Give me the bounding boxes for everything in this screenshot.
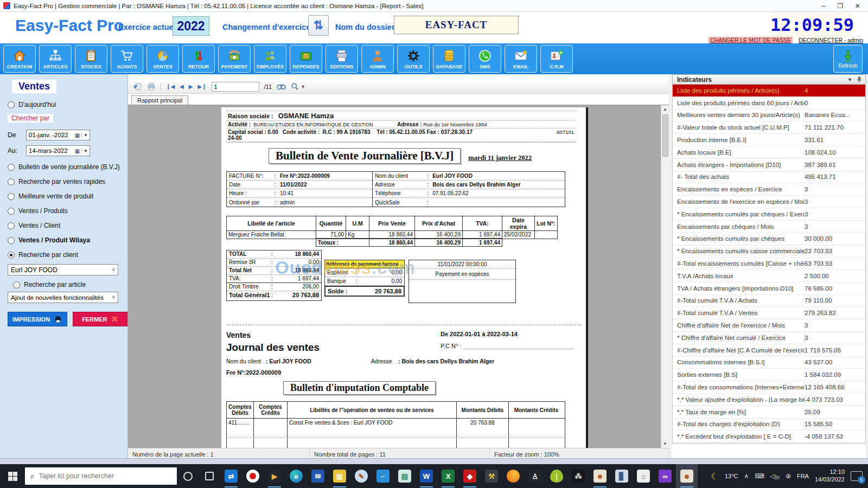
mail-app-icon[interactable]: ✉: [307, 464, 329, 488]
pin-icon[interactable]: [857, 76, 862, 83]
toolbar-button-outils[interactable]: OUTILS: [397, 45, 430, 73]
edge-icon[interactable]: e: [285, 464, 307, 488]
last-page-button[interactable]: ▶❙: [197, 84, 206, 89]
sidebar-radio-option[interactable]: Ventes / Produit Wilaya: [8, 236, 127, 244]
tray-clock[interactable]: 12:1014/03/2022: [815, 468, 845, 484]
sidebar-radio-option[interactable]: Meilleure vente de produit: [8, 192, 127, 200]
indicator-row[interactable]: Liste des produits périmés / Article(s) …: [673, 85, 865, 97]
sidebar-radio-option[interactable]: Ventes / Produits: [8, 207, 127, 215]
prev-page-button[interactable]: ◀: [180, 84, 184, 89]
indicator-row[interactable]: *.* Taux de marge en [%] 25.09: [673, 406, 865, 419]
easyfact-active-icon[interactable]: ☻: [676, 464, 698, 488]
toolbar-button-sms[interactable]: SMS: [469, 45, 501, 73]
sidebar-radio-option[interactable]: Recherche par ventes rapides: [8, 178, 127, 185]
next-page-button[interactable]: ▶: [189, 84, 193, 89]
refresh-button[interactable]: Refresh: [833, 45, 863, 73]
lemon-app-icon[interactable]: ❘: [546, 464, 567, 488]
indicator-row[interactable]: Chiffre d'affaire Net de l'exercice / Mo…: [673, 319, 865, 332]
indicator-row[interactable]: #-Total des consommations [Internes+Exte…: [673, 381, 865, 394]
indicator-row[interactable]: Sorties externes [B.S] 1 584 032.09: [673, 369, 865, 381]
indicator-row[interactable]: *.* Excédent brut d'exploitation [ E = C…: [673, 431, 865, 443]
sidebar-radio-option[interactable]: Bulletin de vente journalière (B.V.J): [8, 163, 127, 171]
keyboard-icon[interactable]: ⌨: [755, 472, 764, 480]
night-light-icon[interactable]: ☾: [711, 471, 719, 481]
change-exercise-button[interactable]: ⇅: [308, 15, 329, 36]
toolbar-button-database[interactable]: DATABASE: [433, 45, 465, 73]
indicator-row[interactable]: #-Total encaissements cumulés [Caisse + …: [673, 258, 865, 270]
indicator-row[interactable]: Liste des produits périmés dans 60 jours…: [673, 97, 865, 110]
search-input[interactable]: [39, 472, 158, 480]
word-icon[interactable]: W: [416, 464, 437, 488]
pdf-reader-icon[interactable]: ◆: [459, 464, 481, 488]
teamviewer-icon[interactable]: ⇄: [220, 464, 242, 488]
maximize-button[interactable]: ❐: [837, 2, 843, 10]
indicator-row[interactable]: #-Total cumulé T.V.A / Achats 79 110.00: [673, 295, 865, 307]
chevron-down-icon[interactable]: ▼: [81, 133, 90, 138]
screen-recorder-icon[interactable]: [242, 464, 264, 488]
speaker-icon[interactable]: ◁))): [770, 472, 780, 480]
visual-studio-icon[interactable]: ∞: [654, 464, 676, 488]
report-vertical-scrollbar[interactable]: ▲ ▼: [661, 105, 669, 448]
toolbar-button-retour[interactable]: RETOUR: [182, 45, 215, 73]
export-report-button[interactable]: [133, 82, 142, 91]
sidebar-radio-option[interactable]: Recherche par client: [8, 251, 127, 259]
indicator-row[interactable]: #-Chiffre d'affaire Net [C.A Cumulé de l…: [673, 344, 865, 357]
toolbar-button-depenses[interactable]: 0 DEPENSES: [290, 45, 322, 73]
radio-search-by-article[interactable]: Recherche par article: [13, 281, 127, 288]
date-from-input[interactable]: 01-janv. -2022 ▦ ▼: [26, 130, 90, 140]
temperature-label[interactable]: 13°C: [725, 473, 738, 479]
close-button[interactable]: ✕: [855, 2, 860, 10]
indicator-row[interactable]: T.V.A /Achats locaux 2 500.00: [673, 270, 865, 282]
start-button[interactable]: [0, 464, 25, 488]
indicator-row[interactable]: * Encaissements cumulés par chèques / Ex…: [673, 208, 865, 221]
toolbar-button-admin[interactable]: ADMIN: [361, 45, 394, 73]
toolbar-button-achats[interactable]: ACHATS: [111, 45, 143, 73]
toolbar-button-employes[interactable]: EMPLOYÉS: [254, 45, 286, 73]
first-page-button[interactable]: ❙◀: [166, 84, 175, 89]
settings-cluster-icon[interactable]: ⁂: [567, 464, 589, 488]
indicator-row[interactable]: * Encaissements cumulés caisse commercia…: [673, 245, 865, 258]
dental-app-icon[interactable]: ♙: [524, 464, 546, 488]
dossier-name-field[interactable]: EASY-FACT: [394, 16, 519, 34]
zoom-button[interactable]: ▼: [291, 82, 305, 91]
date-to-input[interactable]: 14-mars-2022 ▦ ▼: [26, 145, 90, 156]
notification-center-icon[interactable]: 5: [851, 471, 863, 481]
indicator-row[interactable]: Achats étrangers - Importations [D10] 38…: [673, 159, 865, 171]
toolbar-button-ventes[interactable]: VENTES: [146, 45, 179, 73]
scroll-down-icon[interactable]: ▼: [661, 440, 669, 448]
collapse-panel-icon[interactable]: ▾: [848, 76, 851, 82]
indicator-row[interactable]: Consommations internes [B.S.I] 43 527.00: [673, 357, 865, 369]
excel-icon[interactable]: X: [437, 464, 459, 488]
print-report-button[interactable]: [147, 82, 156, 91]
dev-tool-icon[interactable]: ⚒: [481, 464, 502, 488]
language-indicator[interactable]: FRA: [797, 473, 809, 479]
indicator-row[interactable]: Achats locaux [B.E] 108 024.10: [673, 146, 865, 159]
firefox-icon[interactable]: [502, 464, 524, 488]
minimize-button[interactable]: –: [821, 2, 825, 10]
indicator-row[interactable]: Encaissements par chèques / Mois 3: [673, 221, 865, 233]
exercice-year-field[interactable]: 2022: [173, 16, 209, 36]
tray-expand-icon[interactable]: ∧: [744, 472, 749, 480]
indicator-row[interactable]: *.* Valeur ajoutée d'exploitation - (La …: [673, 394, 865, 406]
toolbar-button-crm[interactable]: C.R.M: [540, 45, 573, 73]
disconnect-link[interactable]: DECONNECTER - admin: [797, 37, 865, 43]
task-view-button[interactable]: [199, 464, 220, 488]
scroll-up-icon[interactable]: ▲: [661, 105, 669, 113]
indicator-row[interactable]: #-Valeur totale du stock actuel [C.U.M.P…: [673, 121, 865, 134]
indicator-row[interactable]: #-Total des charges d'exploitation (D) 1…: [673, 419, 865, 431]
indicator-row[interactable]: Meilleures ventes derniers 30 jours/Arti…: [673, 110, 865, 122]
indicator-row[interactable]: TVA / Achats étrangers [Importations-D10…: [673, 282, 865, 295]
taskbar-search[interactable]: ⌕: [25, 467, 177, 485]
toolbar-button-articles[interactable]: ARTICLES: [39, 45, 72, 73]
cortana-button[interactable]: [177, 464, 199, 488]
toolbar-button-creation[interactable]: CREATION: [3, 45, 36, 73]
search-in-report-button[interactable]: [277, 83, 286, 90]
change-password-link[interactable]: CHANGER LE MOT DE PASSE: [709, 37, 793, 43]
indicator-row[interactable]: Encaissements en espèces / Exercice 3: [673, 183, 865, 196]
remote-desktop-icon[interactable]: ⌐: [372, 464, 394, 488]
media-player-icon[interactable]: ▶: [264, 464, 285, 488]
indicator-row[interactable]: #-Total cumulé T.V.A / Ventes 279 263.82: [673, 307, 865, 319]
scrollbar-thumb[interactable]: [662, 114, 668, 157]
easyfact-contact-icon[interactable]: ☻: [589, 464, 611, 488]
indicator-row[interactable]: #- Total des achats 495 413.71: [673, 171, 865, 184]
